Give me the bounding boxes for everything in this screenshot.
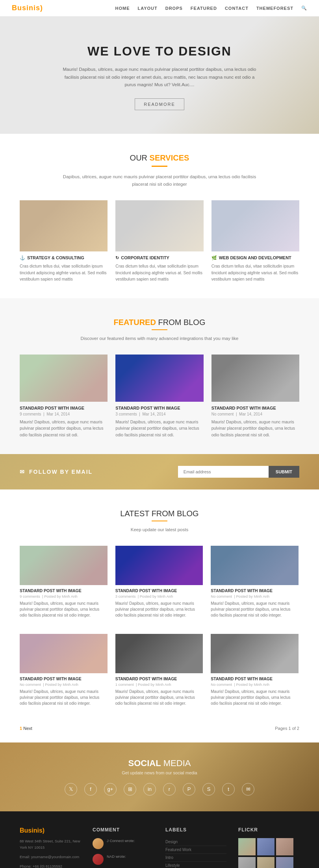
comment-item-2: NAD wrote:: [93, 854, 154, 865]
label-item-2[interactable]: Featured Work: [165, 846, 226, 854]
hero-description: Mauris! Dapibus, ultrices, augue nunc ma…: [61, 66, 258, 89]
latest-blog-image-6: [211, 634, 299, 673]
refresh-icon: ↻: [115, 255, 119, 260]
reddit-icon[interactable]: r: [163, 783, 176, 796]
footer-address: 88 West 34th Street, Suite 221, New York…: [20, 838, 81, 851]
latest-blog-meta-1: 9 comments | Posted by Minh Anh: [20, 594, 108, 598]
label-item-1[interactable]: Design: [165, 838, 226, 846]
pagination: 1 Next Pages 1 of 2: [0, 726, 319, 742]
nav-themeforest[interactable]: THEMEFOREST: [256, 6, 293, 11]
flickr-thumb-4[interactable]: [238, 857, 256, 868]
latest-blog-title-5: STANDARD POST WITH IMAGE: [115, 676, 203, 681]
featured-blog-meta-3: No comment | Mar 14, 2014: [211, 412, 299, 416]
featured-blog-image-1: [20, 355, 108, 402]
latest-blog-excerpt-2: Mauris! Dapibus, ultrices, augue nunc ma…: [115, 600, 203, 618]
latest-blog-title-6: STANDARD POST WITH IMAGE: [211, 676, 299, 681]
latest-blog-meta-5: 1 comment | Posted by Minh Anh: [115, 682, 203, 687]
footer-labels-title: LABELS: [165, 827, 226, 833]
logo-accent: ): [40, 4, 43, 12]
nav-drops[interactable]: DROPS: [165, 6, 183, 11]
follow-label-group: ✉ FOLLOW BY EMAIL: [20, 469, 93, 475]
services-desc: Dapibus, ultrices, augue nunc mauris pul…: [61, 173, 258, 188]
footer-col-flickr: FLICKR: [238, 827, 299, 868]
follow-section: ✉ FOLLOW BY EMAIL Submit: [0, 454, 319, 489]
flickr-thumb-6[interactable]: [276, 857, 293, 868]
footer-comment-title: COMMENT: [93, 827, 154, 833]
featured-blog-heading: FEATURED FROM BLOG: [20, 318, 299, 327]
latest-blog-image-2: [115, 546, 203, 585]
latest-blog-image-4: [20, 634, 108, 673]
footer-col-comments: COMMENT J Connect wrote: NAD wrote: Minh…: [93, 827, 154, 868]
from-blog-after: FROM BLOG: [158, 318, 205, 327]
submit-button[interactable]: Submit: [269, 466, 299, 478]
hero-heading: WE LOVE TO DESIGN: [39, 44, 280, 59]
latest-blog-meta-3: No comment | Posted by Minh Anh: [211, 594, 299, 598]
footer-flickr-title: FLICKR: [238, 827, 299, 833]
social-heading: SOCIAL MEDIA: [20, 758, 299, 768]
stumbleupon-icon[interactable]: S: [202, 783, 215, 796]
rss-icon[interactable]: ⊞: [124, 783, 136, 796]
featured-blog-desc: Discover our featured items with many ad…: [61, 335, 258, 343]
latest-blog-meta-4: No comment | Posted by Minh Anh: [20, 682, 108, 687]
service-card-3: 🌿 WEB DESIGN AND DEVELOPMENT Cras dictum…: [211, 200, 299, 283]
labels-list: Design Featured Work Intro Lifestyle Mar…: [165, 838, 226, 868]
latest-blog-excerpt-4: Mauris! Dapibus, ultrices, augue nunc ma…: [20, 689, 108, 706]
twitter-icon[interactable]: 𝕏: [65, 783, 77, 796]
tumblr-icon[interactable]: t: [222, 783, 235, 796]
latest-blog-excerpt-6: Mauris! Dapibus, ultrices, augue nunc ma…: [211, 689, 299, 706]
flickr-thumb-3[interactable]: [276, 838, 293, 855]
flickr-thumb-2[interactable]: [257, 838, 274, 855]
email-input[interactable]: [178, 466, 269, 478]
latest-blog-desc: Keep update our latest posts: [61, 526, 258, 534]
nav-contact[interactable]: CONTACT: [225, 6, 249, 11]
envelope-icon: ✉: [20, 469, 25, 475]
featured-blog-card-3: STANDARD POST WITH IMAGE No comment | Ma…: [211, 355, 299, 438]
footer-col-about: Businis) 88 West 34th Street, Suite 221,…: [20, 827, 81, 868]
latest-word: LATEST: [120, 509, 149, 518]
flickr-thumb-5[interactable]: [257, 857, 274, 868]
flickr-grid: [238, 838, 299, 868]
next-page-link[interactable]: Next: [23, 726, 32, 731]
logo[interactable]: Businis): [12, 4, 43, 12]
nav-featured[interactable]: FEATURED: [191, 6, 217, 11]
flickr-thumb-1[interactable]: [238, 838, 256, 855]
latest-blog-card-6: STANDARD POST WITH IMAGE No comment | Po…: [211, 634, 299, 706]
email-icon[interactable]: ✉: [242, 783, 254, 796]
follow-form: Submit: [178, 466, 299, 478]
readmore-button[interactable]: READMORE: [135, 98, 184, 110]
service-text-2: Cras dictum tellus dui, vitae sollicitud…: [115, 263, 203, 283]
footer-col-labels: LABELS Design Featured Work Intro Lifest…: [165, 827, 226, 868]
featured-word: FEATURED: [114, 318, 156, 327]
nav-layout[interactable]: LAYOUT: [137, 6, 157, 11]
label-item-3[interactable]: Intro: [165, 854, 226, 862]
comment-avatar-1: [93, 838, 104, 849]
social-section: SOCIAL MEDIA Get update news from our so…: [0, 742, 319, 811]
google-plus-icon[interactable]: g+: [104, 783, 117, 796]
services-heading: OUR SERVICES: [20, 153, 299, 163]
latest-blog-meta-2: 3 comments | Posted by Minh Anh: [115, 594, 203, 598]
latest-blog-excerpt-5: Mauris! Dapibus, ultrices, augue nunc ma…: [115, 689, 203, 706]
hero-section: WE LOVE TO DESIGN Mauris! Dapibus, ultri…: [0, 17, 319, 134]
latest-after: FROM BLOG: [152, 509, 199, 518]
featured-blog-title-3: STANDARD POST WITH IMAGE: [211, 406, 299, 410]
label-item-4[interactable]: Lifestyle: [165, 862, 226, 868]
linkedin-icon[interactable]: in: [143, 783, 156, 796]
featured-blog-title-1: STANDARD POST WITH IMAGE: [20, 406, 108, 410]
pages-count: Pages 1 of 2: [275, 726, 299, 731]
service-text-3: Cras dictum tellus dui, vitae sollicitud…: [211, 263, 299, 283]
search-icon[interactable]: 🔍: [301, 6, 307, 11]
service-title-1: ⚓ STRATEGY & CONSULTING: [20, 255, 108, 260]
service-card-2: ↻ CORPORATE IDENTITY Cras dictum tellus …: [115, 200, 203, 283]
services-pre: OUR: [130, 153, 147, 162]
facebook-icon[interactable]: f: [84, 783, 97, 796]
featured-blog-card-2: STANDARD POST WITH IMAGE 3 comments | Ma…: [115, 355, 203, 438]
services-underline: [152, 166, 167, 167]
nav-home[interactable]: HOME: [115, 6, 130, 11]
page-1-link[interactable]: 1: [20, 726, 22, 731]
pinterest-icon[interactable]: P: [183, 783, 195, 796]
footer-logo: Businis): [20, 827, 81, 834]
comment-item-1: J Connect wrote:: [93, 838, 154, 849]
anchor-icon: ⚓: [20, 255, 25, 260]
latest-blog-heading: LATEST FROM BLOG: [20, 509, 299, 518]
comment-text-2: NAD wrote:: [107, 854, 126, 859]
